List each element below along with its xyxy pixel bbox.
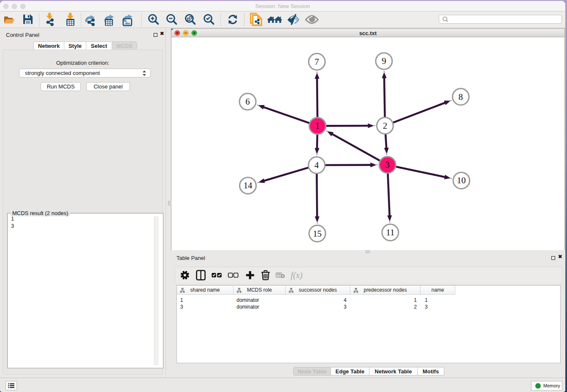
svg-text:10: 10 <box>457 175 466 185</box>
svg-text:8: 8 <box>459 92 463 102</box>
svg-text:1: 1 <box>315 121 319 131</box>
svg-text:6: 6 <box>245 97 250 107</box>
svg-text:4: 4 <box>314 160 319 170</box>
svg-text:3: 3 <box>385 160 389 170</box>
svg-text:2: 2 <box>383 121 387 131</box>
svg-text:11: 11 <box>386 227 394 237</box>
svg-text:14: 14 <box>243 180 252 190</box>
svg-text:9: 9 <box>382 56 386 66</box>
svg-text:7: 7 <box>315 57 319 67</box>
svg-text:f(x): f(x) <box>291 271 303 280</box>
svg-text:15: 15 <box>313 229 322 239</box>
